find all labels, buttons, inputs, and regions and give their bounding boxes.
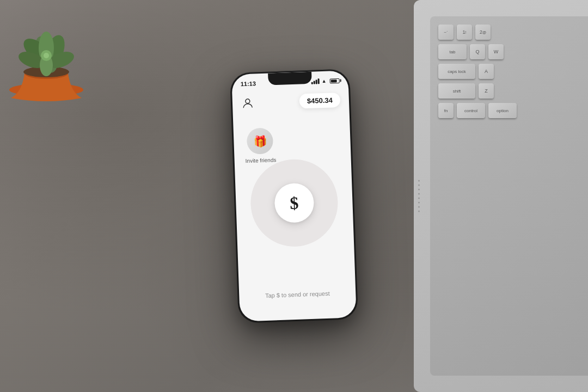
invite-label: Invite friends [246, 157, 277, 164]
tap-instruction: Tap $ to send or request [239, 289, 356, 299]
key-row-1: ~` 1! 2@ [438, 24, 585, 40]
phone-notch [268, 72, 312, 85]
key-row-5: fn control option [438, 103, 585, 118]
key-tab: tab [438, 44, 467, 59]
key-z: Z [479, 83, 494, 99]
wifi-icon: ▲ [322, 78, 327, 84]
phone-body: 11:13 ▲ [230, 69, 358, 323]
phone: 11:13 ▲ [230, 69, 358, 323]
plant-decoration [0, 0, 109, 109]
key-shift: shift [438, 83, 475, 99]
key-control: control [457, 103, 485, 118]
speaker-grille [418, 180, 420, 212]
signal-icon [311, 78, 320, 84]
key-row-4: shift Z [438, 83, 585, 99]
phone-screen: 11:13 ▲ [231, 70, 357, 321]
key-fn: fn [438, 103, 454, 118]
battery-icon [330, 78, 340, 83]
invite-friends-section[interactable]: 🎁 Invite friends [244, 127, 277, 164]
main-action-circle: $ [249, 158, 339, 248]
key-tilde: ~` [438, 24, 454, 40]
dollar-action-button[interactable]: $ [274, 183, 314, 223]
key-2: 2@ [475, 24, 491, 40]
key-w: W [488, 44, 504, 59]
keyboard: ~` 1! 2@ tab Q W caps lock A shift Z fn … [430, 16, 588, 376]
invite-avatar: 🎁 [247, 127, 274, 155]
laptop: ~` 1! 2@ tab Q W caps lock A shift Z fn … [414, 0, 588, 392]
key-option-label: option [497, 108, 509, 113]
svg-point-11 [44, 53, 49, 58]
app-header: $450.34 [232, 88, 349, 115]
status-icons: ▲ [311, 78, 340, 84]
key-1: 1! [457, 24, 472, 40]
svg-point-12 [246, 99, 250, 103]
status-time: 11:13 [241, 80, 256, 87]
balance-display: $450.34 [299, 93, 340, 109]
user-profile-icon[interactable] [241, 96, 255, 110]
key-capslock: caps lock [438, 64, 475, 79]
invite-icon: 🎁 [253, 134, 267, 148]
key-a: A [479, 64, 494, 79]
key-row-2: tab Q W [438, 44, 585, 59]
key-option: option [488, 103, 517, 118]
key-q: Q [470, 44, 485, 59]
key-row-3: caps lock A [438, 64, 585, 79]
